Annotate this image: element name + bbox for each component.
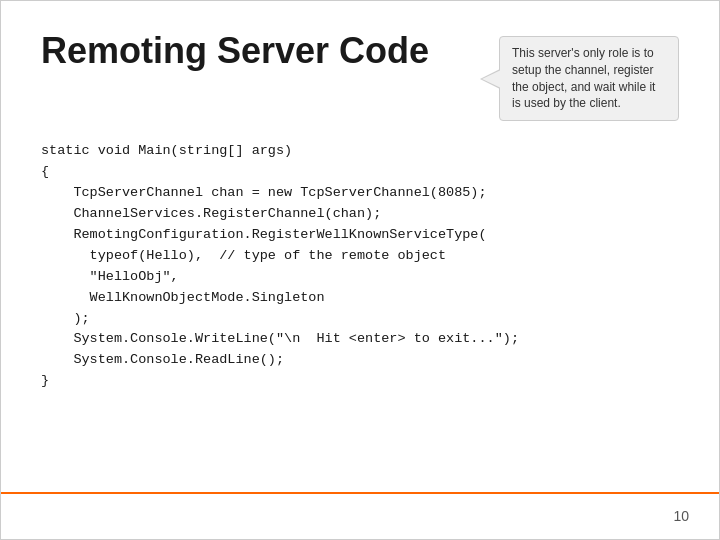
slide-container: Remoting Server Code This server's only … [0, 0, 720, 540]
callout-text: This server's only role is to setup the … [512, 46, 655, 110]
slide-footer: 10 [673, 508, 689, 524]
code-block: static void Main(string[] args) { TcpSer… [41, 141, 679, 392]
bottom-line [1, 492, 719, 494]
page-number: 10 [673, 508, 689, 524]
slide-header: Remoting Server Code This server's only … [41, 31, 679, 121]
slide-title: Remoting Server Code [41, 31, 429, 71]
callout-box: This server's only role is to setup the … [499, 36, 679, 121]
